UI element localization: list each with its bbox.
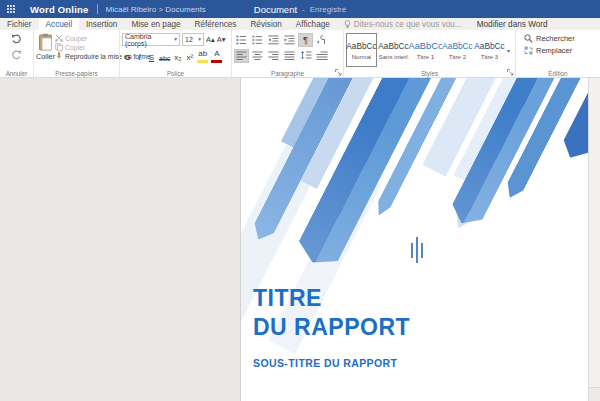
find-label: Rechercher	[536, 34, 575, 43]
paragraph-group-label: Paragraphe	[232, 70, 343, 77]
tell-me-label: Dites-nous ce que vous vou...	[354, 20, 462, 29]
copy-label: Copier	[65, 44, 85, 51]
cut-label: Couper	[65, 35, 87, 42]
style-titre-1[interactable]: AaBbCc Titre 1	[410, 33, 441, 67]
paragraph-dialog-launcher[interactable]	[335, 69, 342, 76]
styles-group: AaBbCc Normal AaBbCc Sans interl... AaBb…	[343, 30, 515, 77]
justify-icon	[284, 51, 295, 61]
tab-affichage[interactable]: Affichage	[289, 18, 337, 30]
tab-fichier[interactable]: Fichier	[0, 18, 39, 30]
breadcrumb[interactable]: Micaël Ribeiro > Documents	[106, 5, 206, 14]
document-page[interactable]: TITRE DU RAPPORT SOUS-TITRE DU RAPPORT	[240, 78, 588, 401]
style-titre-2[interactable]: AaBbCc Titre 2	[442, 33, 473, 67]
numbering-button[interactable]	[250, 33, 265, 47]
shrink-font-button[interactable]: A▾	[217, 35, 226, 44]
replace-label: Remplacer	[536, 46, 572, 55]
strikethrough-button[interactable]: abc	[158, 50, 171, 64]
subscript-button[interactable]: x₂	[172, 50, 183, 64]
redo-icon[interactable]	[9, 48, 25, 62]
title-dash: -	[302, 5, 305, 14]
tab-insertion[interactable]: Insertion	[79, 18, 124, 30]
tab-revision[interactable]: Révision	[243, 18, 288, 30]
chevron-down-icon: ▾	[174, 37, 177, 43]
increase-indent-button[interactable]	[282, 33, 297, 47]
tab-references[interactable]: Références	[188, 18, 244, 30]
app-launcher-icon[interactable]	[0, 0, 22, 18]
bold-button[interactable]: G	[122, 50, 133, 64]
ribbon: Annuler Coller Couper Copier	[0, 30, 600, 78]
vertical-scrollbar[interactable]	[588, 78, 600, 401]
paste-label: Coller	[36, 52, 55, 61]
word-online-window: Word Online Micaël Ribeiro > Documents D…	[0, 0, 600, 401]
numbered-list-icon	[252, 35, 263, 45]
justify-button[interactable]	[282, 49, 297, 63]
undo-group-label: Annuler	[0, 70, 33, 77]
text-direction-button[interactable]	[314, 33, 329, 47]
align-center-button[interactable]	[250, 49, 265, 63]
scissors-icon	[55, 34, 63, 42]
line-spacing-button[interactable]	[298, 49, 313, 63]
save-status: Enregistré	[310, 5, 346, 14]
style-normal[interactable]: AaBbCc Normal	[346, 33, 377, 67]
app-name: Word Online	[30, 4, 89, 15]
undo-icon[interactable]	[9, 32, 25, 46]
scrollbar-corner	[589, 387, 600, 401]
undo-group: Annuler	[0, 30, 33, 77]
tab-mise-en-page[interactable]: Mise en page	[124, 18, 187, 30]
lightbulb-icon	[344, 20, 351, 29]
styles-group-label: Styles	[344, 70, 515, 77]
report-subtitle[interactable]: SOUS-TITRE DU RAPPORT	[253, 357, 397, 369]
special-indent-icon	[316, 51, 328, 61]
document-title: Document	[254, 4, 297, 15]
italic-button[interactable]: I	[134, 50, 145, 64]
find-button[interactable]: Rechercher	[524, 34, 598, 43]
clipboard-group-label: Presse-papiers	[34, 70, 119, 77]
copy-icon	[55, 43, 63, 51]
align-right-button[interactable]	[266, 49, 281, 63]
replace-button[interactable]: Remplacer	[524, 46, 598, 55]
format-painter-icon	[55, 52, 63, 60]
bullets-button[interactable]	[234, 33, 249, 47]
align-right-icon	[268, 51, 279, 61]
styles-gallery-more-button[interactable]: ▾	[506, 47, 511, 54]
vertical-bars-ornament	[411, 236, 423, 264]
style-titre-3[interactable]: AaBbCc Titre 3	[474, 33, 505, 67]
pilcrow-icon: ¶	[303, 36, 308, 45]
editing-group-label: Édition	[516, 70, 600, 77]
align-left-button[interactable]	[234, 49, 249, 63]
paragraph-marks-button[interactable]: ¶	[298, 33, 313, 47]
font-color-icon: A	[210, 49, 223, 58]
highlight-color-button[interactable]: ab	[196, 50, 209, 64]
decrease-indent-button[interactable]	[266, 33, 281, 47]
align-left-icon	[236, 51, 247, 61]
clipboard-icon	[38, 33, 53, 51]
paste-button[interactable]: Coller	[36, 32, 55, 68]
font-color-button[interactable]: A	[210, 50, 223, 64]
editing-group: Rechercher Remplacer Édition	[515, 30, 600, 77]
titlebar-divider	[97, 4, 98, 14]
tab-accueil[interactable]: Accueil	[39, 18, 79, 30]
tell-me-box[interactable]: Dites-nous ce que vous vou...	[337, 18, 469, 30]
bullet-list-icon	[236, 35, 247, 45]
style-sans-interligne[interactable]: AaBbCc Sans interl...	[378, 33, 409, 67]
indent-icon	[284, 35, 295, 45]
document-title-area: Document - Enregistré	[0, 0, 600, 18]
edit-in-word-button[interactable]: Modifier dans Word	[469, 18, 556, 30]
font-name-dropdown[interactable]: Cambria (corps) ▾	[122, 33, 180, 46]
clipboard-group: Coller Couper Copier Reproduire la mise …	[33, 30, 119, 77]
replace-icon	[524, 46, 533, 55]
underline-button[interactable]: S	[146, 50, 157, 64]
chevron-down-icon: ▾	[198, 37, 201, 43]
special-indent-button[interactable]	[314, 49, 329, 63]
text-direction-icon	[316, 35, 328, 45]
document-canvas: TITRE DU RAPPORT SOUS-TITRE DU RAPPORT	[0, 78, 600, 401]
align-center-icon	[252, 51, 263, 61]
styles-dialog-launcher[interactable]	[507, 69, 514, 76]
font-size-dropdown[interactable]: 12 ▾	[182, 33, 204, 46]
outdent-icon	[268, 35, 279, 45]
ribbon-tab-strip: Fichier Accueil Insertion Mise en page R…	[0, 18, 600, 30]
search-icon	[524, 34, 533, 43]
grow-font-button[interactable]: A▴	[206, 35, 215, 44]
report-title[interactable]: TITRE DU RAPPORT	[253, 284, 410, 342]
superscript-button[interactable]: x²	[184, 50, 195, 64]
